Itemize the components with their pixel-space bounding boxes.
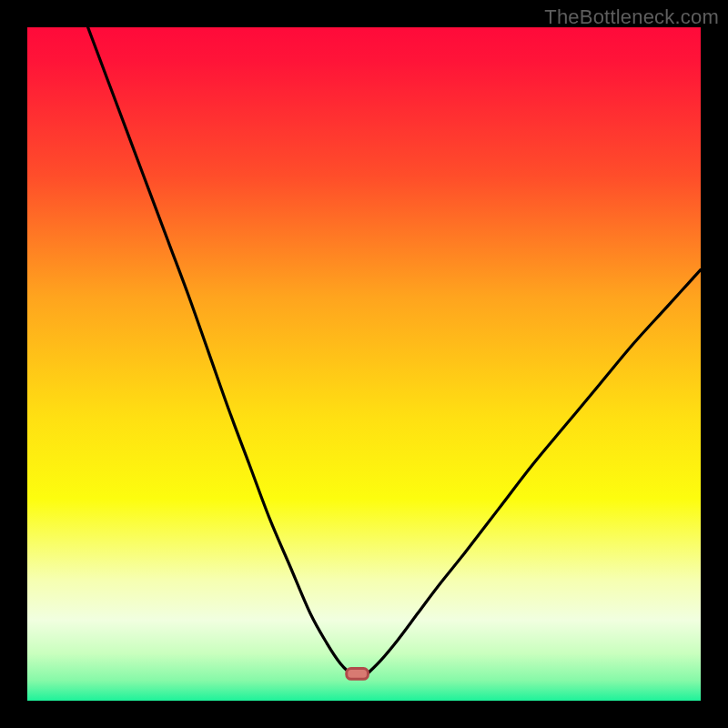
chart-frame: TheBottleneck.com: [0, 0, 728, 728]
bottleneck-chart: [27, 27, 701, 701]
notch-marker: [347, 668, 369, 679]
plot-background: [27, 27, 701, 701]
watermark-text: TheBottleneck.com: [544, 5, 719, 29]
